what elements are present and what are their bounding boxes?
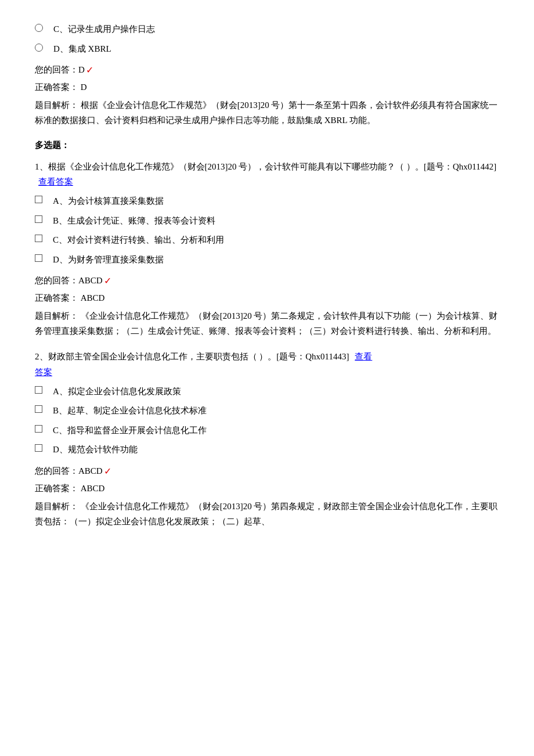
q1-explanation: 题目解析： 《企业会计信息化工作规范》（财会[2013]20 号）第二条规定，会… [35, 308, 499, 339]
checkbox-q2-C-box[interactable] [35, 425, 42, 433]
checkbox-q2-A-box[interactable] [35, 386, 42, 394]
q2-explanation-label: 题目解析： [35, 502, 78, 511]
q1-checkmark: ✓ [104, 273, 111, 289]
radio-option-C: C、记录生成用户操作日志 [35, 22, 499, 37]
checkbox-q1-C: C、对会计资料进行转换、输出、分析和利用 [35, 233, 499, 248]
radio-option-D: D、集成 XBRL [35, 42, 499, 57]
checkbox-q1-B-label: B、生成会计凭证、账簿、报表等会计资料 [53, 214, 215, 229]
question-2: 2、财政部主管全国企业会计信息化工作，主要职责包括（ ）。[题号：Qhx0114… [35, 349, 499, 380]
q1-explanation-text: 《企业会计信息化工作规范》（财会[2013]20 号）第二条规定，会计软件具有以… [35, 311, 498, 336]
checkbox-q2-A: A、拟定企业会计信息化发展政策 [35, 384, 499, 399]
checkbox-q2-D-label: D、规范会计软件功能 [53, 442, 138, 458]
q1-your-answer-row: 您的回答： ABCD ✓ [35, 273, 499, 289]
q1-correct-label: 正确答案： [35, 293, 78, 303]
single-your-answer-label: 您的回答： [35, 63, 78, 78]
q1-your-answer-label: 您的回答： [35, 273, 78, 289]
radio-circle-C[interactable] [35, 24, 43, 32]
checkbox-q2-A-label: A、拟定企业会计信息化发展政策 [53, 384, 181, 399]
multi-section-title: 多选题： [35, 138, 499, 153]
q1-explanation-label: 题目解析： [35, 311, 78, 321]
radio-circle-D[interactable] [35, 44, 43, 52]
single-explanation-text: 根据《企业会计信息化工作规范》（财会[2013]20 号）第十一条至第十四条，会… [35, 100, 498, 125]
checkbox-q1-D-box[interactable] [35, 254, 42, 262]
checkbox-q2-C: C、指导和监督企业开展会计信息化工作 [35, 423, 499, 438]
checkbox-q1-B: B、生成会计凭证、账簿、报表等会计资料 [35, 214, 499, 229]
single-checkmark: ✓ [86, 62, 93, 78]
checkbox-q2-B: B、起草、制定企业会计信息化技术标准 [35, 404, 499, 419]
single-correct-label: 正确答案： [35, 82, 78, 92]
checkbox-q2-D-box[interactable] [35, 444, 42, 452]
checkbox-q2-B-label: B、起草、制定企业会计信息化技术标准 [53, 404, 207, 419]
q1-your-answer-value: ABCD [78, 273, 103, 289]
single-correct-value: D [81, 82, 87, 92]
q2-your-answer-value: ABCD [78, 464, 103, 479]
question-1: 1、根据《企业会计信息化工作规范》（财会[2013]20 号），会计软件可能具有… [35, 159, 499, 190]
question-2-text: 、财政部主管全国企业会计信息化工作，主要职责包括（ ）。[题号：Qhx01144… [39, 352, 349, 361]
checkbox-q1-A-label: A、为会计核算直接采集数据 [53, 194, 164, 209]
checkbox-q1-C-label: C、对会计资料进行转换、输出、分析和利用 [53, 233, 224, 248]
q2-correct-label: 正确答案： [35, 484, 78, 493]
q1-correct-value: ABCD [81, 293, 105, 303]
single-your-answer-value: D [78, 63, 85, 78]
checkbox-q2-D: D、规范会计软件功能 [35, 442, 499, 458]
q2-your-answer-row: 您的回答： ABCD ✓ [35, 463, 499, 479]
option-C-label: C、记录生成用户操作日志 [53, 22, 155, 37]
checkbox-q1-B-box[interactable] [35, 215, 42, 223]
option-D-label: D、集成 XBRL [53, 42, 111, 57]
single-correct-answer: 正确答案： D [35, 80, 499, 95]
q2-explanation: 题目解析： 《企业会计信息化工作规范》（财会[2013]20 号）第四条规定，财… [35, 499, 499, 530]
single-explanation: 题目解析： 根据《企业会计信息化工作规范》（财会[2013]20 号）第十一条至… [35, 98, 499, 128]
question-1-text: 、根据《企业会计信息化工作规范》（财会[2013]20 号），会计软件可能具有以… [39, 162, 497, 171]
question-1-number: 1 [35, 162, 39, 171]
single-your-answer-row: 您的回答： D ✓ [35, 62, 499, 78]
q2-correct-value: ABCD [81, 484, 105, 493]
checkbox-q1-A: A、为会计核算直接采集数据 [35, 194, 499, 209]
checkbox-q2-B-box[interactable] [35, 405, 42, 413]
q1-correct-answer: 正确答案： ABCD [35, 291, 499, 306]
checkbox-q1-C-box[interactable] [35, 235, 42, 242]
checkbox-q2-C-label: C、指导和监督企业开展会计信息化工作 [53, 423, 207, 438]
single-explanation-label: 题目解析： [35, 100, 78, 110]
q2-explanation-text: 《企业会计信息化工作规范》（财会[2013]20 号）第四条规定，财政部主管全国… [35, 502, 498, 526]
q2-your-answer-label: 您的回答： [35, 464, 78, 479]
checkbox-q1-D: D、为财务管理直接采集数据 [35, 253, 499, 268]
see-answer-link-1[interactable]: 查看答案 [38, 177, 73, 186]
checkbox-q1-D-label: D、为财务管理直接采集数据 [53, 253, 164, 268]
question-2-number: 2 [35, 352, 39, 361]
q2-correct-answer: 正确答案： ABCD [35, 481, 499, 496]
q2-checkmark: ✓ [104, 463, 111, 479]
checkbox-q1-A-box[interactable] [35, 196, 42, 203]
